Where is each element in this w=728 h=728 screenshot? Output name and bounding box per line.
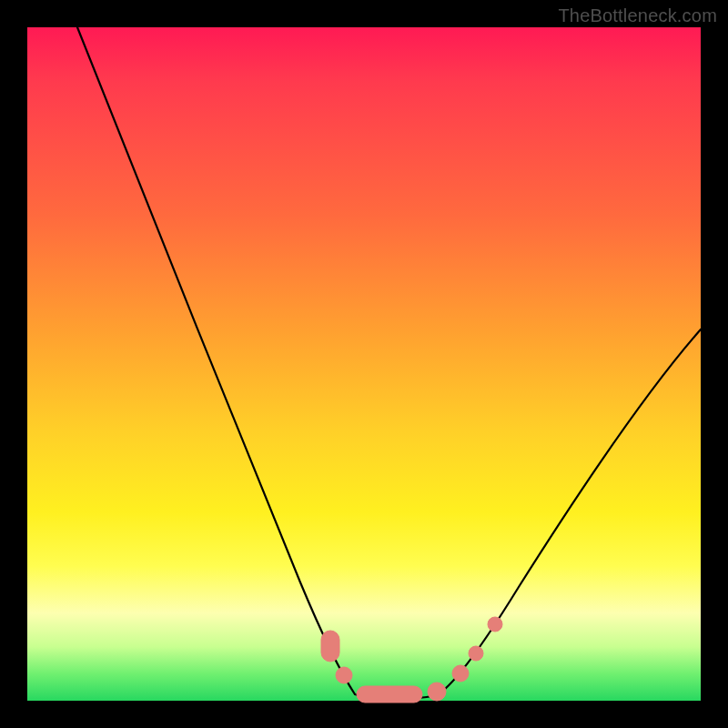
plot-area [27, 27, 701, 701]
chart-frame: TheBottleneck.com [0, 0, 728, 728]
attribution-text: TheBottleneck.com [558, 5, 717, 26]
bead-4 [428, 682, 446, 701]
curve-path [77, 27, 701, 699]
bead-1 [321, 631, 339, 662]
bottleneck-curve [27, 27, 701, 701]
bead-3 [357, 686, 422, 703]
markers [321, 617, 502, 703]
bead-6 [469, 646, 483, 661]
bead-7 [488, 617, 502, 632]
bead-2 [336, 667, 352, 683]
bead-5 [452, 665, 469, 682]
